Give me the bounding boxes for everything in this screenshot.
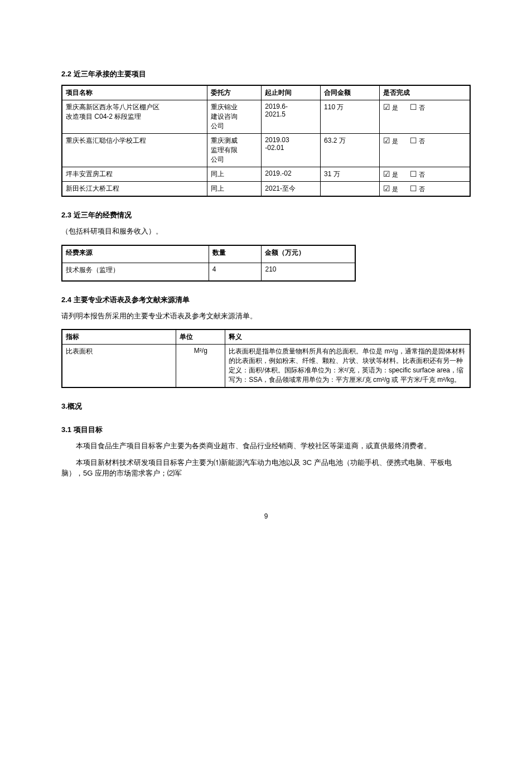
label-yes: 是 — [392, 104, 398, 111]
col-period: 起止时间 — [262, 85, 321, 100]
cell-amount: 31 万 — [321, 167, 380, 182]
checkbox-empty-icon[interactable]: ☐ — [410, 136, 418, 145]
page-number: 9 — [61, 512, 471, 520]
checkbox-checked-icon[interactable]: ☑ — [383, 103, 391, 112]
col-done: 是否完成 — [379, 85, 470, 100]
checkbox-checked-icon[interactable]: ☑ — [383, 169, 391, 178]
cell-period: 2019.03-02.01 — [262, 134, 321, 167]
cell-done: ☑是 ☐否 — [379, 134, 470, 167]
cell-name: 新田长江大桥工程 — [62, 182, 207, 197]
projects-table: 项目名称 委托方 起止时间 合同金额 是否完成 重庆高新区西永等八片区棚户区改造… — [61, 85, 471, 197]
table-row: 重庆长嘉汇聪信小学校工程 重庆测威监理有限公司 2019.03-02.01 63… — [62, 134, 470, 167]
cell-period: 2019.-02 — [262, 167, 321, 182]
cell-indicator: 比表面积 — [62, 345, 176, 388]
heading-3: 3.概况 — [61, 401, 471, 411]
heading-2-3: 2.3 近三年的经费情况 — [61, 210, 471, 220]
cell-period: 2021-至今 — [262, 182, 321, 197]
para-3-1-a: 本项目食品生产项目目标客户主要为各类商业超市、食品行业经销商、学校社区等渠道商，… — [61, 440, 471, 452]
cell-done: ☑是 ☐否 — [379, 182, 470, 197]
label-no: 否 — [419, 171, 425, 178]
cell-name: 重庆长嘉汇聪信小学校工程 — [62, 134, 207, 167]
heading-2-2: 2.2 近三年承接的主要项目 — [61, 69, 471, 79]
table-row: 技术服务（监理） 4 210 — [62, 263, 355, 281]
label-yes: 是 — [392, 138, 398, 144]
cell-source: 技术服务（监理） — [62, 263, 209, 281]
col-client: 委托方 — [207, 85, 262, 100]
glossary-table: 指标 单位 释义 比表面积 M²/g 比表面积是指单位质量物料所具有的总面积。单… — [61, 329, 471, 388]
table-row: 比表面积 M²/g 比表面积是指单位质量物料所具有的总面积。单位是 m²/g，通… — [62, 345, 470, 388]
para-3-1-b: 本项目新材料技术研发项目目标客户主要为⑴新能源汽车动力电池以及 3C 产品电池（… — [61, 457, 471, 479]
table-row: 重庆高新区西永等八片区棚户区改造项目 C04-2 标段监理 重庆锦业建设咨询公司… — [62, 100, 470, 134]
col-unit: 单位 — [176, 329, 225, 345]
label-yes: 是 — [392, 186, 398, 192]
cell-unit: M²/g — [176, 345, 225, 388]
cell-client: 同上 — [207, 167, 262, 182]
table-row: 坪丰安置房工程 同上 2019.-02 31 万 ☑是 ☐否 — [62, 167, 470, 182]
lead-2-3: （包括科研项目和服务收入）。 — [61, 226, 471, 237]
cell-count: 4 — [209, 263, 262, 281]
funding-table: 经费来源 数量 金额（万元） 技术服务（监理） 4 210 — [61, 245, 356, 282]
checkbox-empty-icon[interactable]: ☐ — [410, 184, 418, 193]
col-project-name: 项目名称 — [62, 85, 207, 100]
col-count: 数量 — [209, 245, 262, 263]
cell-client: 重庆测威监理有限公司 — [207, 134, 262, 167]
heading-2-4: 2.4 主要专业术语表及参考文献来源清单 — [61, 295, 471, 305]
label-no: 否 — [419, 104, 425, 111]
col-amount: 合同金额 — [321, 85, 380, 100]
checkbox-checked-icon[interactable]: ☑ — [383, 184, 391, 193]
cell-amount: 110 万 — [321, 100, 380, 134]
cell-amount — [321, 182, 380, 197]
cell-done: ☑是 ☐否 — [379, 167, 470, 182]
label-no: 否 — [419, 138, 425, 144]
checkbox-checked-icon[interactable]: ☑ — [383, 136, 391, 145]
label-no: 否 — [419, 186, 425, 192]
label-yes: 是 — [392, 171, 398, 178]
col-indicator: 指标 — [62, 329, 176, 345]
cell-client: 重庆锦业建设咨询公司 — [207, 100, 262, 134]
cell-done: ☑是 ☐否 — [379, 100, 470, 134]
checkbox-empty-icon[interactable]: ☐ — [410, 169, 418, 178]
checkbox-empty-icon[interactable]: ☐ — [410, 103, 418, 112]
col-definition: 释义 — [225, 329, 470, 345]
cell-name: 重庆高新区西永等八片区棚户区改造项目 C04-2 标段监理 — [62, 100, 207, 134]
col-source: 经费来源 — [62, 245, 209, 263]
heading-3-1: 3.1 项目目标 — [61, 425, 471, 435]
cell-definition: 比表面积是指单位质量物料所具有的总面积。单位是 m²/g，通常指的是固体材料的比… — [225, 345, 470, 388]
cell-client: 同上 — [207, 182, 262, 197]
col-fund-amount: 金额（万元） — [262, 245, 355, 263]
table-row: 新田长江大桥工程 同上 2021-至今 ☑是 ☐否 — [62, 182, 470, 197]
cell-fund-amount: 210 — [262, 263, 355, 281]
cell-amount: 63.2 万 — [321, 134, 380, 167]
lead-2-4: 请列明本报告所采用的主要专业术语表及参考文献来源清单。 — [61, 311, 471, 322]
cell-name: 坪丰安置房工程 — [62, 167, 207, 182]
cell-period: 2019.6-2021.5 — [262, 100, 321, 134]
